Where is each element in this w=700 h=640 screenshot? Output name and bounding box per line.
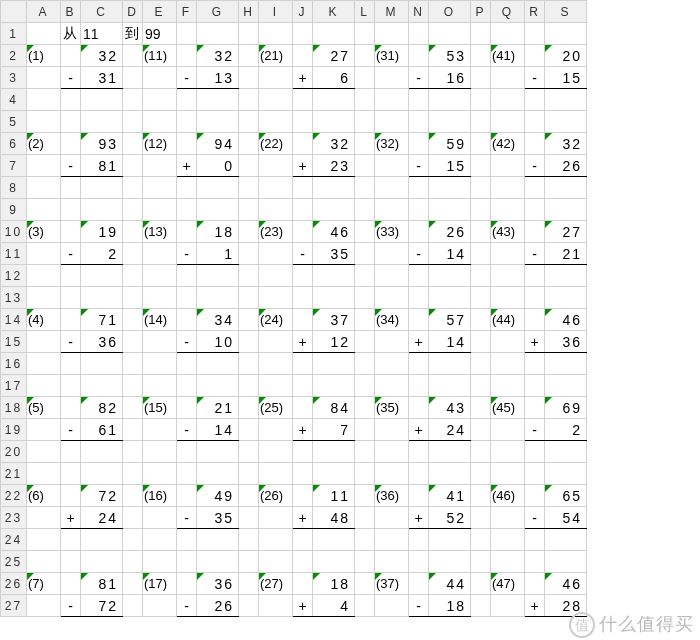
cell-E27[interactable] (143, 595, 177, 617)
cell-I17[interactable] (259, 375, 293, 397)
cell-N16[interactable] (409, 353, 429, 375)
cell-F21[interactable] (177, 463, 197, 485)
cell-B21[interactable] (61, 463, 81, 485)
cell-S16[interactable] (545, 353, 587, 375)
cell-F8[interactable] (177, 177, 197, 199)
cell-S23[interactable]: 54 (545, 507, 587, 529)
cell-B18[interactable] (61, 397, 81, 419)
cell-L17[interactable] (355, 375, 375, 397)
cell-L19[interactable] (355, 419, 375, 441)
row-header-20[interactable]: 20 (1, 441, 27, 463)
cell-M25[interactable] (375, 551, 409, 573)
cell-H6[interactable] (239, 133, 259, 155)
cell-P21[interactable] (471, 463, 491, 485)
cell-K4[interactable] (313, 89, 355, 111)
cell-H23[interactable] (239, 507, 259, 529)
col-header-I[interactable]: I (259, 1, 293, 23)
cell-Q14[interactable]: (44) (491, 309, 525, 331)
cell-N4[interactable] (409, 89, 429, 111)
cell-D1[interactable]: 到 (123, 23, 143, 45)
cell-J23[interactable]: + (293, 507, 313, 529)
cell-D4[interactable] (123, 89, 143, 111)
cell-L12[interactable] (355, 265, 375, 287)
cell-L15[interactable] (355, 331, 375, 353)
row-header-17[interactable]: 17 (1, 375, 27, 397)
cell-D10[interactable] (123, 221, 143, 243)
cell-N23[interactable]: + (409, 507, 429, 529)
cell-H13[interactable] (239, 287, 259, 309)
cell-R19[interactable]: - (525, 419, 545, 441)
cell-E17[interactable] (143, 375, 177, 397)
cell-S9[interactable] (545, 199, 587, 221)
row-header-4[interactable]: 4 (1, 89, 27, 111)
cell-P1[interactable] (471, 23, 491, 45)
cell-E5[interactable] (143, 111, 177, 133)
cell-E4[interactable] (143, 89, 177, 111)
cell-K13[interactable] (313, 287, 355, 309)
cell-I24[interactable] (259, 529, 293, 551)
cell-G1[interactable] (197, 23, 239, 45)
cell-F9[interactable] (177, 199, 197, 221)
cell-O8[interactable] (429, 177, 471, 199)
cell-H7[interactable] (239, 155, 259, 177)
cell-A7[interactable] (27, 155, 61, 177)
cell-N27[interactable]: - (409, 595, 429, 617)
cell-H25[interactable] (239, 551, 259, 573)
cell-K26[interactable]: 18 (313, 573, 355, 595)
cell-C22[interactable]: 72 (81, 485, 123, 507)
cell-B3[interactable]: - (61, 67, 81, 89)
cell-R20[interactable] (525, 441, 545, 463)
cell-H15[interactable] (239, 331, 259, 353)
cell-H1[interactable] (239, 23, 259, 45)
cell-E9[interactable] (143, 199, 177, 221)
cell-Q19[interactable] (491, 419, 525, 441)
cell-K21[interactable] (313, 463, 355, 485)
cell-G5[interactable] (197, 111, 239, 133)
cell-M20[interactable] (375, 441, 409, 463)
cell-Q25[interactable] (491, 551, 525, 573)
cell-J10[interactable] (293, 221, 313, 243)
cell-G25[interactable] (197, 551, 239, 573)
cell-G11[interactable]: 1 (197, 243, 239, 265)
cell-N19[interactable]: + (409, 419, 429, 441)
cell-F7[interactable]: + (177, 155, 197, 177)
cell-R5[interactable] (525, 111, 545, 133)
cell-K5[interactable] (313, 111, 355, 133)
cell-M23[interactable] (375, 507, 409, 529)
cell-B12[interactable] (61, 265, 81, 287)
cell-G22[interactable]: 49 (197, 485, 239, 507)
cell-S1[interactable] (545, 23, 587, 45)
cell-D11[interactable] (123, 243, 143, 265)
cell-M27[interactable] (375, 595, 409, 617)
cell-S5[interactable] (545, 111, 587, 133)
cell-N10[interactable] (409, 221, 429, 243)
cell-O6[interactable]: 59 (429, 133, 471, 155)
cell-O25[interactable] (429, 551, 471, 573)
cell-A21[interactable] (27, 463, 61, 485)
cell-E21[interactable] (143, 463, 177, 485)
cell-E16[interactable] (143, 353, 177, 375)
cell-J16[interactable] (293, 353, 313, 375)
cell-N22[interactable] (409, 485, 429, 507)
cell-Q12[interactable] (491, 265, 525, 287)
cell-O7[interactable]: 15 (429, 155, 471, 177)
cell-G27[interactable]: 26 (197, 595, 239, 617)
col-header-G[interactable]: G (197, 1, 239, 23)
cell-F13[interactable] (177, 287, 197, 309)
cell-B10[interactable] (61, 221, 81, 243)
cell-E18[interactable]: (15) (143, 397, 177, 419)
row-header-27[interactable]: 27 (1, 595, 27, 617)
cell-R8[interactable] (525, 177, 545, 199)
cell-L14[interactable] (355, 309, 375, 331)
cell-I3[interactable] (259, 67, 293, 89)
cell-E19[interactable] (143, 419, 177, 441)
cell-J18[interactable] (293, 397, 313, 419)
cell-M12[interactable] (375, 265, 409, 287)
cell-E3[interactable] (143, 67, 177, 89)
cell-P25[interactable] (471, 551, 491, 573)
cell-I15[interactable] (259, 331, 293, 353)
row-header-2[interactable]: 2 (1, 45, 27, 67)
cell-L10[interactable] (355, 221, 375, 243)
cell-Q1[interactable] (491, 23, 525, 45)
cell-B8[interactable] (61, 177, 81, 199)
